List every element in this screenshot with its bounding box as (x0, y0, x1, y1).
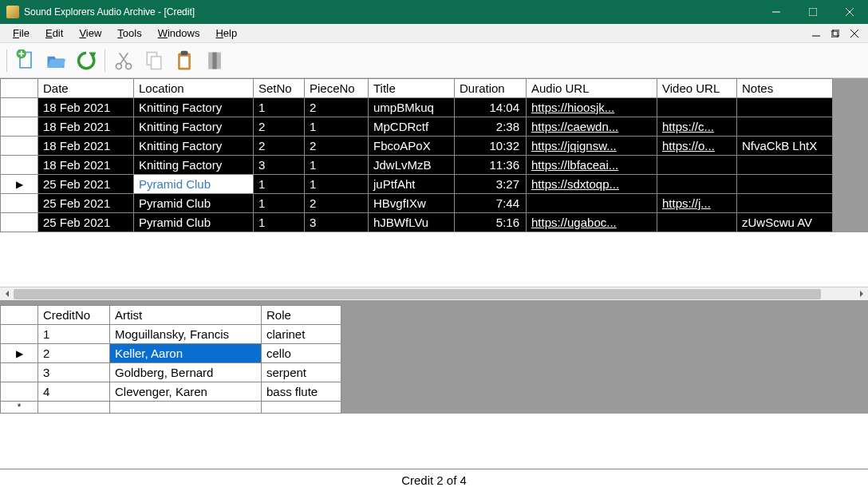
cell-creditno-new[interactable] (38, 402, 110, 414)
maximize-button[interactable] (795, 0, 831, 24)
menu-windows[interactable]: Windows (150, 26, 208, 41)
cell-pieceno[interactable]: 2 (305, 194, 369, 213)
cell-audio[interactable]: https://jqignsw... (527, 137, 657, 156)
cell-setno[interactable]: 1 (254, 194, 305, 213)
cell-setno[interactable]: 1 (254, 175, 305, 194)
cell-duration[interactable]: 14:04 (455, 98, 527, 117)
cell-notes[interactable] (737, 194, 833, 213)
mdi-minimize-button[interactable] (807, 26, 825, 41)
cell-title[interactable]: FbcoAPoX (369, 137, 455, 156)
cell-artist[interactable]: Clevenger, Karen (110, 382, 262, 402)
open-button[interactable] (42, 47, 69, 74)
cell-notes[interactable] (737, 117, 833, 137)
cell-pieceno[interactable]: 1 (305, 156, 369, 175)
cell-location[interactable]: Pyramid Club (134, 194, 254, 213)
copy-button[interactable] (140, 47, 168, 74)
row-header[interactable]: ▶ (0, 344, 38, 363)
column-header[interactable]: Notes (737, 78, 833, 98)
menu-tools[interactable]: Tools (109, 26, 149, 41)
column-header[interactable]: Role (262, 305, 341, 325)
cell-role[interactable]: clarinet (262, 325, 341, 344)
cell-duration[interactable]: 10:32 (455, 137, 527, 156)
cell-duration[interactable]: 5:16 (455, 213, 527, 232)
cell-creditno[interactable]: 4 (38, 382, 110, 402)
cell-video[interactable] (657, 175, 737, 194)
row-header-corner[interactable] (0, 78, 38, 98)
cell-setno[interactable]: 3 (254, 156, 305, 175)
link[interactable]: https://lbfaceai... (531, 158, 618, 172)
cell-location[interactable]: Knitting Factory (134, 117, 254, 137)
cell-creditno[interactable]: 1 (38, 325, 110, 344)
cell-date[interactable]: 18 Feb 2021 (38, 98, 134, 117)
row-header[interactable] (0, 137, 38, 156)
row-header[interactable] (0, 363, 38, 382)
cell-location[interactable]: Pyramid Club (134, 213, 254, 232)
cell-title[interactable]: HBvgfIXw (369, 194, 455, 213)
link[interactable]: https://o... (662, 139, 715, 152)
scroll-right-icon[interactable] (854, 287, 868, 301)
new-button[interactable] (12, 47, 39, 74)
menu-edit[interactable]: Edit (37, 26, 71, 41)
cell-date[interactable]: 25 Feb 2021 (38, 213, 134, 232)
row-header-corner[interactable] (0, 305, 38, 325)
minimize-button[interactable] (758, 0, 795, 24)
cell-title[interactable]: juPtfAht (369, 175, 455, 194)
cell-setno[interactable]: 2 (254, 137, 305, 156)
menu-file[interactable]: File (5, 26, 37, 41)
cell-audio[interactable] (527, 194, 657, 213)
cell-duration[interactable]: 2:38 (455, 117, 527, 137)
select-column-button[interactable] (201, 47, 228, 74)
cell-title[interactable]: umpBMkuq (369, 98, 455, 117)
link[interactable]: https://c... (662, 120, 714, 133)
row-header[interactable] (0, 194, 38, 213)
cell-notes[interactable] (737, 98, 833, 117)
cell-date[interactable]: 25 Feb 2021 (38, 175, 134, 194)
cell-notes[interactable] (737, 175, 833, 194)
cell-date[interactable]: 18 Feb 2021 (38, 137, 134, 156)
cell-location[interactable]: Knitting Factory (134, 137, 254, 156)
row-header[interactable] (0, 382, 38, 402)
menu-help[interactable]: Help (207, 26, 245, 41)
cell-audio[interactable]: https://ugaboc... (527, 213, 657, 232)
cell-date[interactable]: 18 Feb 2021 (38, 156, 134, 175)
cell-pieceno[interactable]: 2 (305, 137, 369, 156)
cell-audio[interactable]: https://caewdn... (527, 117, 657, 137)
cell-title[interactable]: hJBWfLVu (369, 213, 455, 232)
column-header[interactable]: Audio URL (527, 78, 657, 98)
top-grid[interactable]: DateLocationSetNoPieceNoTitleDurationAud… (0, 78, 868, 232)
column-header[interactable]: Location (134, 78, 254, 98)
cell-setno[interactable]: 2 (254, 117, 305, 137)
row-header[interactable]: ▶ (0, 175, 38, 194)
scroll-left-icon[interactable] (0, 287, 14, 301)
link[interactable]: https://ugaboc... (531, 216, 617, 229)
row-header[interactable] (0, 98, 38, 117)
cell-audio[interactable]: https://hioosjk... (527, 98, 657, 117)
cell-pieceno[interactable]: 1 (305, 117, 369, 137)
cell-audio[interactable]: https://lbfaceai... (527, 156, 657, 175)
cell-pieceno[interactable]: 1 (305, 175, 369, 194)
cell-location[interactable]: Knitting Factory (134, 98, 254, 117)
cell-duration[interactable]: 7:44 (455, 194, 527, 213)
link[interactable]: https://j... (662, 196, 711, 210)
menu-view[interactable]: View (71, 26, 109, 41)
cell-date[interactable]: 25 Feb 2021 (38, 194, 134, 213)
column-header[interactable]: Video URL (657, 78, 737, 98)
cell-creditno[interactable]: 2 (38, 344, 110, 363)
column-header[interactable]: SetNo (254, 78, 305, 98)
cell-video[interactable] (657, 213, 737, 232)
refresh-button[interactable] (73, 47, 100, 74)
cell-setno[interactable]: 1 (254, 98, 305, 117)
link[interactable]: https://jqignsw... (531, 139, 617, 152)
row-header[interactable] (0, 156, 38, 175)
column-header[interactable]: Title (369, 78, 455, 98)
cell-duration[interactable]: 11:36 (455, 156, 527, 175)
cell-video[interactable] (657, 156, 737, 175)
close-button[interactable] (831, 0, 868, 24)
new-row-header[interactable]: * (0, 402, 38, 414)
cell-artist-new[interactable] (110, 402, 262, 414)
cell-notes[interactable] (737, 156, 833, 175)
cell-video[interactable] (657, 98, 737, 117)
column-header[interactable]: Date (38, 78, 134, 98)
paste-button[interactable] (171, 47, 198, 74)
cut-button[interactable] (110, 47, 137, 74)
